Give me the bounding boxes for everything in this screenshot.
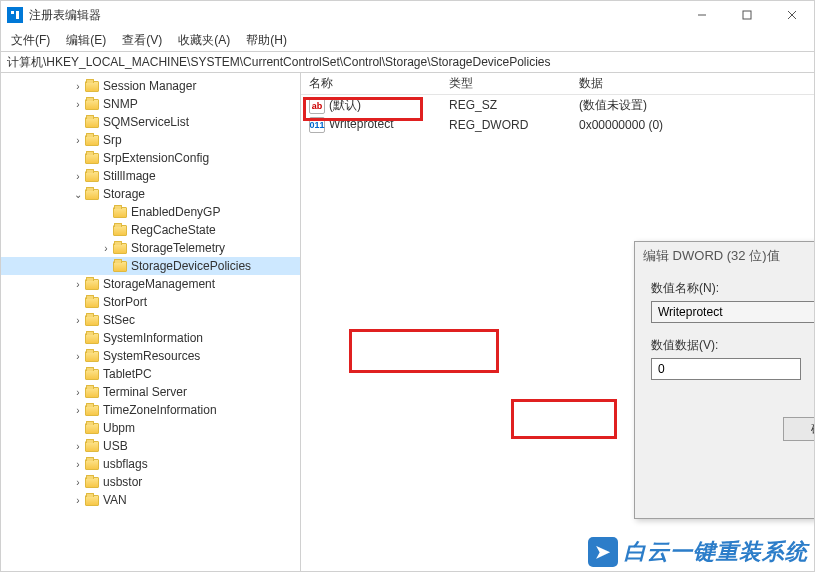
folder-icon — [85, 495, 99, 506]
expand-icon[interactable]: › — [71, 495, 85, 506]
folder-icon — [85, 459, 99, 470]
menu-help[interactable]: 帮助(H) — [240, 30, 293, 51]
tree-item[interactable]: ›VAN — [1, 491, 300, 509]
tree-item[interactable]: ›SystemResources — [1, 347, 300, 365]
expand-icon[interactable]: › — [71, 405, 85, 416]
tree-item[interactable]: TabletPC — [1, 365, 300, 383]
folder-icon — [85, 369, 99, 380]
expand-icon[interactable]: › — [71, 135, 85, 146]
dword-value-icon: 011 — [309, 117, 325, 133]
expand-icon[interactable]: › — [71, 459, 85, 470]
watermark: ➤ 白云一键重装系统 — [588, 537, 808, 567]
tree-item-label: Storage — [103, 187, 145, 201]
address-path: 计算机\HKEY_LOCAL_MACHINE\SYSTEM\CurrentCon… — [1, 54, 551, 71]
tree-item[interactable]: ›Srp — [1, 131, 300, 149]
list-pane[interactable]: 名称 类型 数据 ab(默认)REG_SZ(数值未设置)011Writeprot… — [301, 73, 814, 571]
tree-item[interactable]: ›StorageTelemetry — [1, 239, 300, 257]
tree-item[interactable]: ›StillImage — [1, 167, 300, 185]
menu-edit[interactable]: 编辑(E) — [60, 30, 112, 51]
col-name[interactable]: 名称 — [301, 75, 441, 92]
name-field — [651, 301, 815, 323]
tree-item[interactable]: SystemInformation — [1, 329, 300, 347]
tree-item[interactable]: StorPort — [1, 293, 300, 311]
folder-icon — [113, 207, 127, 218]
tree-item[interactable]: StorageDevicePolicies — [1, 257, 300, 275]
tree-item[interactable]: Ubpm — [1, 419, 300, 437]
tree-item[interactable]: ›TimeZoneInformation — [1, 401, 300, 419]
tree-item[interactable]: ›usbflags — [1, 455, 300, 473]
address-bar[interactable]: 计算机\HKEY_LOCAL_MACHINE\SYSTEM\CurrentCon… — [1, 51, 814, 73]
list-row[interactable]: ab(默认)REG_SZ(数值未设置) — [301, 95, 814, 115]
cell-name: ab(默认) — [301, 97, 441, 114]
expand-icon[interactable]: › — [71, 99, 85, 110]
tree-item[interactable]: SrpExtensionConfig — [1, 149, 300, 167]
tree-item[interactable]: ›StSec — [1, 311, 300, 329]
tree-item[interactable]: ›Terminal Server — [1, 383, 300, 401]
menu-favorites[interactable]: 收藏夹(A) — [172, 30, 236, 51]
folder-icon — [85, 189, 99, 200]
data-field[interactable] — [651, 358, 801, 380]
close-button[interactable] — [769, 1, 814, 29]
tree-item-label: StSec — [103, 313, 135, 327]
expand-icon[interactable]: › — [71, 171, 85, 182]
tree-item-label: USB — [103, 439, 128, 453]
list-header: 名称 类型 数据 — [301, 73, 814, 95]
tree-item[interactable]: ›USB — [1, 437, 300, 455]
minimize-button[interactable] — [679, 1, 724, 29]
tree-item[interactable]: ⌄Storage — [1, 185, 300, 203]
col-type[interactable]: 类型 — [441, 75, 571, 92]
menu-file[interactable]: 文件(F) — [5, 30, 56, 51]
window-titlebar: 注册表编辑器 — [1, 1, 814, 29]
tree-pane[interactable]: ›Session Manager›SNMPSQMServiceList›SrpS… — [1, 73, 301, 571]
folder-icon — [85, 405, 99, 416]
tree-item-label: VAN — [103, 493, 127, 507]
folder-icon — [85, 351, 99, 362]
string-value-icon: ab — [309, 98, 325, 114]
folder-icon — [113, 261, 127, 272]
tree-item-label: RegCacheState — [131, 223, 216, 237]
expand-icon[interactable]: › — [71, 315, 85, 326]
folder-icon — [85, 171, 99, 182]
menu-view[interactable]: 查看(V) — [116, 30, 168, 51]
window-controls — [679, 1, 814, 29]
expand-icon[interactable]: ⌄ — [71, 189, 85, 200]
cell-data: 0x00000000 (0) — [571, 118, 814, 132]
tree-item-label: Ubpm — [103, 421, 135, 435]
tree-item-label: StillImage — [103, 169, 156, 183]
app-icon — [7, 7, 23, 23]
tree-item[interactable]: RegCacheState — [1, 221, 300, 239]
list-row[interactable]: 011WriteprotectREG_DWORD0x00000000 (0) — [301, 115, 814, 135]
expand-icon[interactable]: › — [71, 387, 85, 398]
tree-item[interactable]: SQMServiceList — [1, 113, 300, 131]
col-data[interactable]: 数据 — [571, 75, 814, 92]
expand-icon[interactable]: › — [71, 477, 85, 488]
expand-icon[interactable]: › — [71, 441, 85, 452]
folder-icon — [113, 225, 127, 236]
svg-rect-1 — [743, 11, 751, 19]
maximize-button[interactable] — [724, 1, 769, 29]
expand-icon[interactable]: › — [71, 351, 85, 362]
expand-icon[interactable]: › — [71, 279, 85, 290]
tree-item[interactable]: ›StorageManagement — [1, 275, 300, 293]
tree-item[interactable]: EnabledDenyGP — [1, 203, 300, 221]
folder-icon — [85, 99, 99, 110]
tree-item[interactable]: ›Session Manager — [1, 77, 300, 95]
tree-item-label: SystemInformation — [103, 331, 203, 345]
ok-button[interactable]: 确定 — [783, 417, 815, 441]
tree-item-label: StorPort — [103, 295, 147, 309]
tree-item[interactable]: ›usbstor — [1, 473, 300, 491]
folder-icon — [85, 441, 99, 452]
expand-icon[interactable]: › — [99, 243, 113, 254]
cell-type: REG_DWORD — [441, 118, 571, 132]
tree-item-label: Srp — [103, 133, 122, 147]
tree-item-label: StorageTelemetry — [131, 241, 225, 255]
tree-item[interactable]: ›SNMP — [1, 95, 300, 113]
expand-icon[interactable]: › — [71, 81, 85, 92]
tree-item-label: SrpExtensionConfig — [103, 151, 209, 165]
watermark-text: 白云一键重装系统 — [624, 537, 808, 567]
window-title: 注册表编辑器 — [29, 7, 679, 24]
watermark-logo-icon: ➤ — [588, 537, 618, 567]
menu-bar: 文件(F) 编辑(E) 查看(V) 收藏夹(A) 帮助(H) — [1, 29, 814, 51]
annotation-box — [511, 399, 617, 439]
edit-dword-dialog: 编辑 DWORD (32 位)值 数值名称(N): 数值数据(V): 基数 — [634, 241, 815, 519]
